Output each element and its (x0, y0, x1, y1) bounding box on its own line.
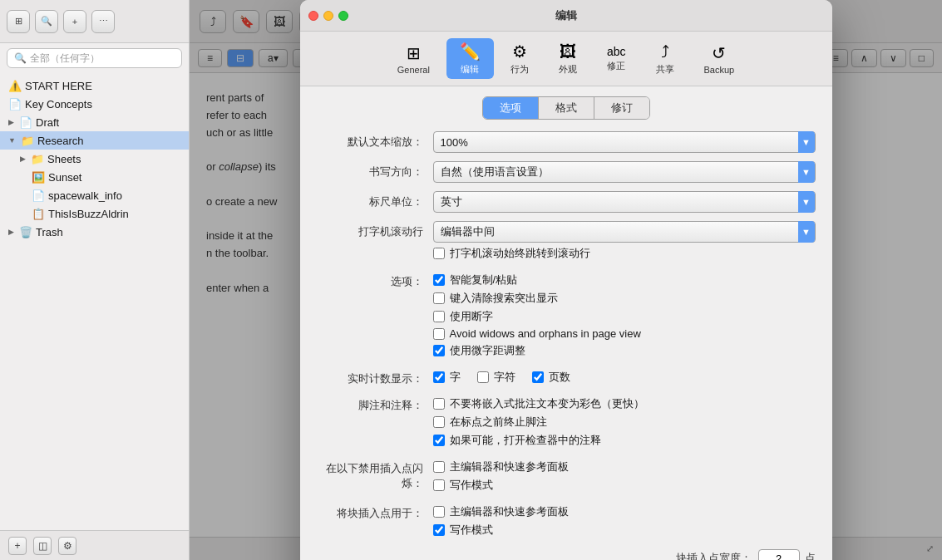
search-bar[interactable]: 🔍 全部（任何字） (7, 48, 182, 68)
sidebar-item-sheets[interactable]: ▶ 📁 Sheets (0, 150, 189, 168)
expand-triangle-trash: ▶ (8, 228, 14, 236)
typewriter-checkbox[interactable] (433, 248, 445, 259)
dc-main-cb[interactable] (433, 461, 445, 473)
tab-share[interactable]: ⤴ 共享 (643, 39, 688, 79)
tab-backup[interactable]: ↺ Backup (691, 40, 748, 78)
widows-cb[interactable] (433, 328, 445, 340)
sidebar-item-label: Sheets (47, 153, 81, 165)
ruler-dropdown[interactable]: 英寸 ▼ (433, 191, 816, 213)
tab-behavior[interactable]: ⚙ 行为 (497, 38, 542, 79)
maximize-button[interactable] (338, 11, 348, 21)
modal-title: 编辑 (555, 8, 577, 23)
sidebar-item-research[interactable]: ▼ 📁 Research (0, 131, 189, 150)
block-width-input[interactable] (758, 549, 800, 560)
tab-edit[interactable]: ✏️ 编辑 (446, 38, 494, 79)
dc-writing-label: 写作模式 (450, 478, 493, 493)
kerning-cb[interactable] (433, 345, 445, 356)
search-placeholder: 全部（任何字） (30, 52, 100, 66)
tab-label: 行为 (510, 63, 529, 76)
sidebar-settings-btn[interactable]: ⚙ (58, 537, 76, 555)
subtab-options[interactable]: 选项 (483, 97, 539, 119)
sidebar-item-start-here[interactable]: ⚠️ START HERE (0, 76, 189, 95)
minimize-button[interactable] (323, 11, 333, 21)
tab-general[interactable]: ⊞ General (384, 40, 443, 78)
kerning-label: 使用微字距调整 (450, 343, 525, 358)
block-cursor-items: 主编辑器和快速参考面板 写作模式 (433, 504, 816, 541)
close-button[interactable] (308, 11, 318, 21)
main-area: ⤴ 🔖 🖼 ℹ ≡ ⊟ a▾ 1.1 ☰ ≡ ∧ ∨ □ rent parts … (190, 0, 942, 560)
page-cb[interactable] (532, 371, 544, 383)
widows-label: Avoid widows and orphans in page view (450, 327, 641, 340)
direction-label: 书写方向： (317, 161, 433, 179)
typewriter-label: 打字机滚动行 (317, 221, 433, 239)
direction-value: 自然（使用语言设置） (441, 165, 549, 179)
direction-arrow: ▼ (798, 161, 815, 183)
sidebar-add-btn[interactable]: + (8, 537, 27, 555)
sidebar-action-btn[interactable]: ⋯ (91, 10, 115, 33)
subtab-revision[interactable]: 修订 (594, 97, 649, 119)
char-cb[interactable] (477, 371, 489, 383)
live-count-items: 字 字符 页数 (433, 370, 816, 388)
bc-main-label: 主编辑器和快速参考面板 (450, 504, 569, 519)
fn-punct-cb[interactable] (433, 416, 445, 428)
disable-cursor-label: 在以下禁用插入点闪烁： (317, 459, 433, 491)
smart-copy-cb[interactable] (433, 274, 445, 286)
sidebar-search-btn[interactable]: 🔍 (35, 10, 58, 33)
fn-inspector-cb[interactable] (433, 435, 445, 446)
sidebar-group-btn[interactable]: ◫ (33, 537, 52, 555)
sub-tab-group: 选项 格式 修订 (482, 96, 650, 120)
preferences-dialog: 编辑 ⊞ General ✏️ 编辑 ⚙ 行为 🖼 外观 (300, 0, 832, 560)
char-label: 字符 (494, 370, 515, 385)
smart-copy-label: 智能复制/粘贴 (450, 273, 518, 287)
fn-punct-label: 在标点之前终止脚注 (450, 415, 547, 430)
typewriter-value: 编辑器中间 (441, 224, 495, 239)
sidebar-view-btn[interactable]: ⊞ (7, 10, 30, 33)
footnotes-items: 不要将嵌入式批注文本变为彩色（更快） 在标点之前终止脚注 如果可能，打开检查器中… (433, 396, 816, 451)
ruler-arrow: ▼ (798, 191, 815, 213)
sheets-icon: 📁 (31, 153, 44, 165)
sidebar-add-btn[interactable]: + (63, 10, 86, 33)
sidebar-item-key-concepts[interactable]: 📄 Key Concepts (0, 95, 189, 113)
page-label: 页数 (549, 370, 570, 385)
sidebar-item-spacewalk[interactable]: 📄 spacewalk_info (0, 186, 189, 204)
spacewalk-icon: 📄 (32, 189, 45, 202)
dc-writing-cb[interactable] (433, 479, 445, 491)
bc-writing: 写作模式 (433, 523, 816, 538)
sidebar-item-sunset[interactable]: 🖼️ Sunset (0, 168, 189, 186)
ruler-control: 英寸 ▼ (433, 191, 816, 213)
sidebar-item-thisis[interactable]: 📋 ThisIsBuzzAldrin (0, 204, 189, 223)
bc-writing-cb[interactable] (433, 524, 445, 536)
typewriter-dropdown[interactable]: 编辑器中间 ▼ (433, 221, 816, 243)
direction-dropdown[interactable]: 自然（使用语言设置） ▼ (433, 161, 816, 183)
hyphenation-cb[interactable] (433, 311, 445, 322)
subtab-format[interactable]: 格式 (539, 97, 594, 119)
sidebar-item-trash[interactable]: ▶ 🗑️ Trash (0, 223, 189, 241)
word-cb[interactable] (433, 371, 445, 383)
bc-main: 主编辑器和快速参考面板 (433, 504, 816, 519)
fn-color-cb[interactable] (433, 398, 445, 410)
ruler-value: 英寸 (441, 194, 462, 209)
count-chars: 字 (433, 370, 461, 385)
bc-main-cb[interactable] (433, 506, 445, 518)
tab-label: Backup (704, 65, 735, 75)
expand-triangle-draft: ▶ (8, 118, 14, 126)
count-pages: 页数 (532, 370, 570, 385)
option-hyphenation: 使用断字 (433, 309, 816, 324)
clear-search-cb[interactable] (433, 292, 445, 304)
fn-color: 不要将嵌入式批注文本变为彩色（更快） (433, 396, 816, 411)
live-count-label: 实时计数显示： (317, 370, 433, 386)
tab-appearance[interactable]: 🖼 外观 (545, 39, 590, 79)
direction-row: 书写方向： 自然（使用语言设置） ▼ (317, 161, 816, 183)
expand-triangle-sheets: ▶ (20, 155, 26, 163)
sidebar-items: ⚠️ START HERE 📄 Key Concepts ▶ 📄 Draft ▼… (0, 73, 189, 530)
zoom-dropdown[interactable]: 100% ▼ (433, 131, 816, 153)
sub-tabs: 选项 格式 修订 (317, 96, 816, 120)
bc-writing-label: 写作模式 (450, 523, 493, 538)
tab-correction[interactable]: abc 修正 (594, 42, 639, 76)
zoom-arrow: ▼ (798, 131, 815, 153)
sidebar-bottom: + ◫ ⚙ (0, 530, 189, 560)
thisis-icon: 📋 (32, 208, 45, 220)
sidebar-item-draft[interactable]: ▶ 📄 Draft (0, 113, 189, 131)
option-smart-copy: 智能复制/粘贴 (433, 273, 816, 287)
word-label: 字 (450, 370, 461, 385)
